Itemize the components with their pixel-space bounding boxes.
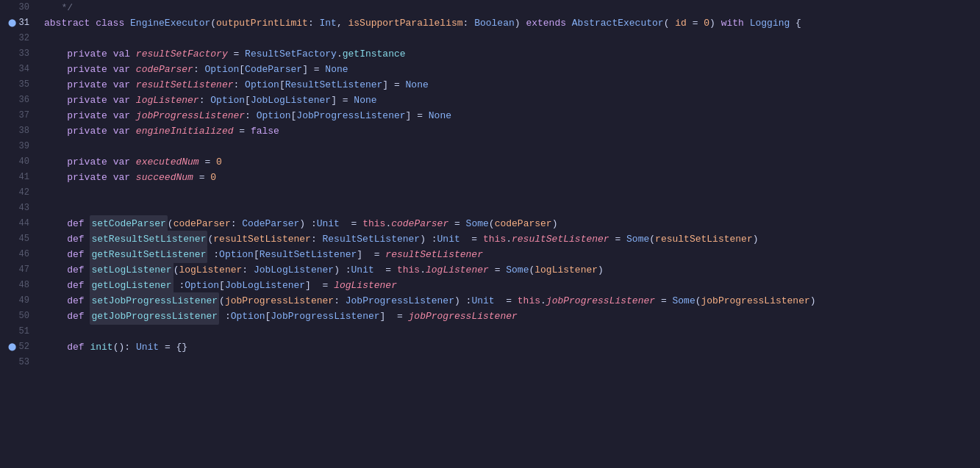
line-number: 40 bbox=[6, 154, 29, 170]
code-line-53 bbox=[44, 355, 980, 370]
code-line-41: private var succeedNum = 0 bbox=[44, 170, 980, 185]
line-number: 53 bbox=[6, 355, 29, 370]
line-number: 48 bbox=[6, 278, 29, 293]
code-line-34: private var codeParser: Option[CodeParse… bbox=[44, 62, 980, 77]
line-number: 45 bbox=[6, 231, 29, 247]
line-numbers: 30 ⬤ 31 32 33 34 35 36 37 38 39 40 41 42… bbox=[0, 0, 38, 468]
line-number: 37 bbox=[6, 108, 29, 123]
line-number: 33 bbox=[6, 46, 29, 62]
code-line-49: def setJobProgressListener(jobProgressLi… bbox=[44, 293, 980, 309]
code-line-37: private var jobProgressListener: Option[… bbox=[44, 108, 980, 123]
line-number: 30 bbox=[6, 0, 29, 15]
line-number: 39 bbox=[6, 139, 29, 154]
code-line-45: def setResultSetListener(resultSetListen… bbox=[44, 231, 980, 247]
code-line-42 bbox=[44, 185, 980, 201]
code-line-44: def setCodeParser(codeParser: CodeParser… bbox=[44, 216, 980, 231]
line-number: 49 bbox=[6, 293, 29, 309]
code-editor: 30 ⬤ 31 32 33 34 35 36 37 38 39 40 41 42… bbox=[0, 0, 980, 468]
line-number: 38 bbox=[6, 123, 29, 139]
line-number: 47 bbox=[6, 262, 29, 278]
code-line-33: private val resultSetFactory = ResultSet… bbox=[44, 46, 980, 62]
code-line-47: def setLogListener(logListener: JobLogLi… bbox=[44, 262, 980, 278]
code-line-38: private var engineInitialized = false bbox=[44, 123, 980, 139]
breakpoint-icon[interactable]: ⬤ bbox=[7, 342, 18, 353]
code-line-31: abstract class EngineExecutor(outputPrin… bbox=[44, 15, 980, 31]
code-line-48: def getLogListener :Option[JobLogListene… bbox=[44, 278, 980, 293]
code-line-52: def init(): Unit = {} bbox=[44, 339, 980, 355]
line-number-active: ⬤ 31 bbox=[6, 15, 29, 31]
line-number: 43 bbox=[6, 201, 29, 216]
code-line-30: */ bbox=[44, 0, 980, 15]
line-number: 51 bbox=[6, 324, 29, 339]
line-number: ⬤ 52 bbox=[6, 339, 29, 355]
line-number: 36 bbox=[6, 93, 29, 108]
line-number: 42 bbox=[6, 185, 29, 201]
code-line-32 bbox=[44, 31, 980, 46]
code-line-39 bbox=[44, 139, 980, 154]
line-number: 35 bbox=[6, 77, 29, 93]
line-number: 32 bbox=[6, 31, 29, 46]
breakpoint-icon[interactable]: ⬤ bbox=[7, 18, 18, 29]
line-number: 41 bbox=[6, 170, 29, 185]
code-line-46: def getResultSetListener :Option[ResultS… bbox=[44, 247, 980, 262]
code-line-51 bbox=[44, 324, 980, 339]
code-line-36: private var logListener: Option[JobLogLi… bbox=[44, 93, 980, 108]
code-line-43 bbox=[44, 201, 980, 216]
line-number: 50 bbox=[6, 309, 29, 324]
line-number: 44 bbox=[6, 216, 29, 231]
code-line-35: private var resultSetListener: Option[Re… bbox=[44, 77, 980, 93]
line-number: 34 bbox=[6, 62, 29, 77]
code-line-50: def getJobProgressListener :Option[JobPr… bbox=[44, 309, 980, 324]
line-number: 46 bbox=[6, 247, 29, 262]
code-line-40: private var executedNum = 0 bbox=[44, 154, 980, 170]
code-content: */ abstract class EngineExecutor(outputP… bbox=[38, 0, 980, 468]
